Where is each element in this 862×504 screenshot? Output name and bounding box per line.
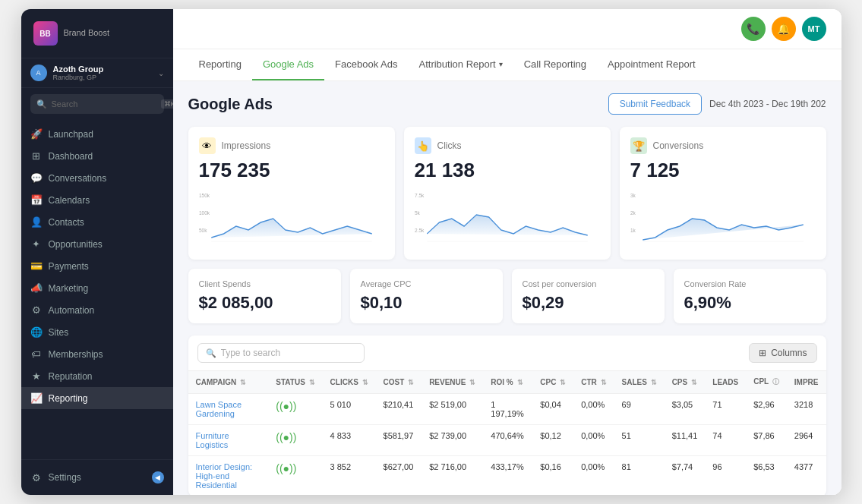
client-spends-value: $2 085,00 xyxy=(199,293,330,313)
brand-logo-text: Brand Boost xyxy=(64,28,110,38)
automation-icon: ⚙ xyxy=(30,304,43,316)
cell-revenue: $2 519,00 xyxy=(422,394,483,425)
sidebar-logo: BB Brand Boost xyxy=(21,9,173,58)
search-input[interactable] xyxy=(52,99,156,109)
sort-icon[interactable]: ⇅ xyxy=(469,379,475,386)
page-content: Google Ads Submit Feedback Dec 4th 2023 … xyxy=(173,81,841,495)
sort-icon[interactable]: ⇅ xyxy=(651,379,657,386)
sort-icon[interactable]: ⇅ xyxy=(240,379,246,386)
cell-impre: 4377 xyxy=(787,456,826,496)
campaign-link[interactable]: Lawn Space Gardening xyxy=(196,400,242,418)
account-selector[interactable]: A Azoth Group Randburg, GP ⌄ xyxy=(21,58,173,88)
sort-icon[interactable]: ⇅ xyxy=(362,379,368,386)
sidebar-item-opportunities[interactable]: ✦ Opportunities xyxy=(21,233,173,255)
tab-call-reporting[interactable]: Call Reporting xyxy=(513,49,597,80)
svg-text:2.5k: 2.5k xyxy=(415,226,425,234)
sidebar-item-label: Payments xyxy=(49,261,89,272)
tab-facebook-ads[interactable]: Facebook Ads xyxy=(324,49,408,80)
settings-icon: ⚙ xyxy=(30,472,43,484)
date-range: Dec 4th 2023 - Dec 19th 202 xyxy=(709,99,826,109)
sort-icon[interactable]: ⇅ xyxy=(309,379,315,386)
cell-cost: $581,97 xyxy=(376,425,422,456)
account-sub: Randburg, GP xyxy=(53,74,152,81)
metric-card-header: 👆 Clicks xyxy=(415,137,600,154)
sidebar-item-reputation[interactable]: ★ Reputation xyxy=(21,365,173,387)
marketing-icon: 📣 xyxy=(30,282,43,294)
cell-leads: 74 xyxy=(705,425,746,456)
reputation-icon: ★ xyxy=(30,370,43,382)
main-content: 📞 🔔 MT Reporting Google Ads Facebook Ads… xyxy=(173,9,841,495)
reporting-icon: 📈 xyxy=(30,392,43,404)
sort-icon[interactable]: ⇅ xyxy=(601,379,607,386)
sidebar-item-label: Opportunities xyxy=(49,239,103,250)
search-shortcut: ⌘K xyxy=(161,99,173,109)
impressions-chart: 150k 100k 50k xyxy=(199,188,384,249)
table-container: CAMPAIGN ⇅ STATUS ⇅ CLICKS ⇅ COST ⇅ REVE… xyxy=(188,371,826,495)
sidebar-item-launchpad[interactable]: 🚀 Launchpad xyxy=(21,123,173,145)
campaign-link[interactable]: Interior Design: High-end Residential xyxy=(196,462,253,490)
sort-icon[interactable]: ⓘ xyxy=(772,378,779,386)
conversions-label: Conversions xyxy=(653,140,704,151)
col-leads: LEADS xyxy=(705,371,746,394)
metric-cards: 👁 Impressions 175 235 150k xyxy=(188,127,826,260)
notification-button[interactable]: 🔔 xyxy=(772,17,796,41)
sidebar-item-automation[interactable]: ⚙ Automation xyxy=(21,299,173,321)
calendars-icon: 📅 xyxy=(30,194,43,206)
tab-google-ads[interactable]: Google Ads xyxy=(252,49,324,80)
nav-tabs: Reporting Google Ads Facebook Ads Attrib… xyxy=(173,49,841,81)
sort-icon[interactable]: ⇅ xyxy=(560,379,566,386)
conversion-rate-label: Conversion Rate xyxy=(684,279,816,288)
chevron-down-icon: ▾ xyxy=(499,60,503,68)
sidebar-item-dashboard[interactable]: ⊞ Dashboard xyxy=(21,145,173,167)
cell-cps: $7,74 xyxy=(665,456,706,496)
cost-per-conversion-value: $0,29 xyxy=(523,293,654,313)
sidebar-item-reporting[interactable]: 📈 Reporting xyxy=(21,387,173,409)
cell-impre: 2964 xyxy=(787,425,826,456)
sidebar-item-memberships[interactable]: 🏷 Memberships xyxy=(21,343,173,365)
cell-clicks: 4 833 xyxy=(323,425,376,456)
opportunities-icon: ✦ xyxy=(30,238,43,250)
sidebar-item-label: Contacts xyxy=(49,217,84,228)
phone-button[interactable]: 📞 xyxy=(741,17,766,41)
col-revenue: REVENUE ⇅ xyxy=(422,371,483,394)
sidebar-item-label: Dashboard xyxy=(49,151,93,162)
sidebar-item-payments[interactable]: 💳 Payments xyxy=(21,255,173,277)
tab-attribution-report[interactable]: Attribution Report ▾ xyxy=(408,49,513,80)
cell-clicks: 5 010 xyxy=(323,394,376,425)
tab-appointment-report[interactable]: Appointment Report xyxy=(597,49,706,80)
sidebar-item-label: Automation xyxy=(49,305,95,316)
sidebar-item-label: Settings xyxy=(49,472,81,483)
sidebar-item-settings[interactable]: ⚙ Settings ◀ xyxy=(21,466,173,489)
sidebar-item-marketing[interactable]: 📣 Marketing xyxy=(21,277,173,299)
sort-icon[interactable]: ⇅ xyxy=(517,379,523,386)
sidebar-item-calendars[interactable]: 📅 Calendars xyxy=(21,189,173,211)
settings-badge: ◀ xyxy=(152,471,164,484)
col-ctr: CTR ⇅ xyxy=(573,371,614,394)
columns-button[interactable]: ⊞ Columns xyxy=(749,343,816,363)
cell-cpl: $6,53 xyxy=(746,456,787,496)
clicks-label: Clicks xyxy=(437,140,462,151)
sidebar-item-conversations[interactable]: 💬 Conversations xyxy=(21,167,173,189)
clicks-chart: 7.5k 5k 2.5k xyxy=(415,188,600,249)
cell-clicks: 3 852 xyxy=(323,456,376,496)
status-icon: ((●)) xyxy=(276,431,296,443)
cell-cpc: $0,16 xyxy=(532,456,573,496)
user-avatar[interactable]: MT xyxy=(802,17,826,41)
sidebar-item-label: Sites xyxy=(49,327,69,338)
svg-text:3k: 3k xyxy=(630,191,636,199)
metric-card-impressions: 👁 Impressions 175 235 150k xyxy=(188,127,395,260)
campaign-link[interactable]: Furniture Logistics xyxy=(196,431,229,449)
svg-text:5k: 5k xyxy=(415,209,420,216)
tab-reporting[interactable]: Reporting xyxy=(188,49,252,80)
col-status: STATUS ⇅ xyxy=(268,371,322,394)
impressions-value: 175 235 xyxy=(199,159,384,182)
sidebar-item-contacts[interactable]: 👤 Contacts xyxy=(21,211,173,233)
submit-feedback-button[interactable]: Submit Feedback xyxy=(608,93,702,115)
sort-icon[interactable]: ⇅ xyxy=(408,379,414,386)
clicks-icon: 👆 xyxy=(415,137,431,154)
col-cps: CPS ⇅ xyxy=(665,371,706,394)
sidebar-item-sites[interactable]: 🌐 Sites xyxy=(21,321,173,343)
sort-icon[interactable]: ⇅ xyxy=(691,379,697,386)
table-search-input[interactable] xyxy=(221,348,356,358)
conversions-chart: 3k 2k 1k xyxy=(630,188,816,249)
